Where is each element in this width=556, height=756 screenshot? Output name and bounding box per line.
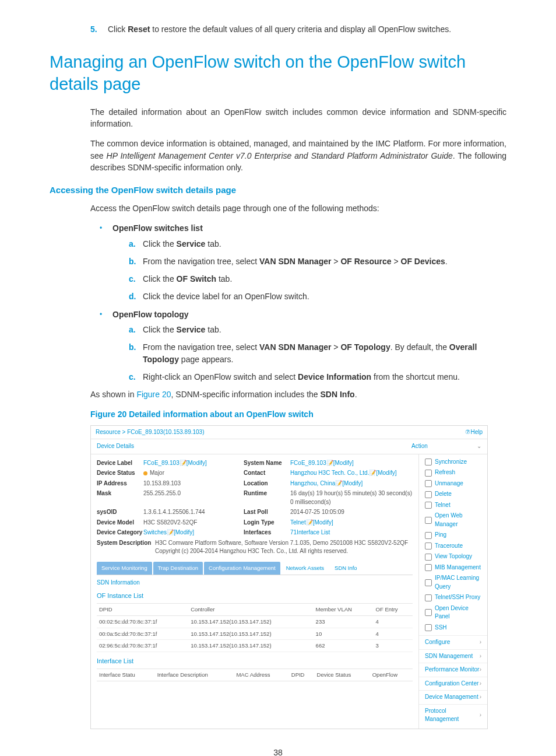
breadcrumb-bar: Resource > FCoE_89.103(10.153.89.103) ⑦H… bbox=[91, 426, 487, 439]
b: VAN SDN Manager bbox=[259, 342, 331, 352]
config-performance-monitor[interactable]: Performance Monitor› bbox=[419, 663, 487, 677]
label: Runtime bbox=[244, 489, 290, 506]
action-unmanage[interactable]: Unmanage bbox=[419, 478, 487, 489]
tab-trap-destination[interactable]: Trap Destination bbox=[153, 562, 203, 575]
device-details-title: Device Details bbox=[97, 442, 411, 451]
action-ping[interactable]: Ping bbox=[419, 530, 487, 541]
sub-step: d. Click the device label for an OpenFlo… bbox=[129, 290, 506, 302]
panel-header: Device Details Action ⌄ bbox=[91, 439, 487, 454]
value: FCoE_89.103📝[Modify] bbox=[143, 459, 244, 468]
config-label: Protocol Management bbox=[425, 707, 480, 724]
label: Mask bbox=[97, 489, 143, 506]
t: , SDNM-specific information includes the bbox=[171, 390, 321, 399]
label: IP Address bbox=[97, 480, 143, 488]
t: . bbox=[445, 257, 448, 266]
cell: 4 bbox=[374, 615, 413, 628]
config-sdn-management[interactable]: SDN Management› bbox=[419, 649, 487, 663]
sub-step: c. Right-click an OpenFlow switch and se… bbox=[129, 371, 506, 383]
detail-row: Device CategorySwitches📝[Modify]Interfac… bbox=[97, 528, 413, 537]
action-ip-mac-learning-query[interactable]: IP/MAC Learning Query bbox=[419, 573, 487, 592]
t: Click the bbox=[143, 325, 177, 334]
value: Telnet📝[Modify] bbox=[290, 519, 413, 527]
tab-sdn-info[interactable]: SDN Info bbox=[330, 562, 362, 575]
col-header: OpenFlow bbox=[370, 668, 413, 681]
action-icon bbox=[425, 470, 432, 477]
status-dot-icon bbox=[143, 471, 147, 475]
letter: d. bbox=[129, 290, 136, 302]
action-synchronize[interactable]: Synchronize bbox=[419, 457, 487, 468]
config-configure[interactable]: Configure› bbox=[419, 635, 487, 649]
step-text: Click Reset to restore the default value… bbox=[108, 23, 506, 35]
figure-link[interactable]: Figure 20 bbox=[136, 390, 171, 399]
sub-step: b. From the navigation tree, select VAN … bbox=[129, 256, 506, 267]
t: From the navigation tree, select bbox=[143, 342, 259, 352]
table-row[interactable]: 02:96:5c:dd:70:8c:37:1f10.153.147.152(10… bbox=[97, 640, 413, 652]
value: H3C Comware Platform Software, Software … bbox=[155, 539, 413, 556]
action-telnet[interactable]: Telnet bbox=[419, 500, 487, 511]
action-icon bbox=[425, 624, 432, 631]
t: As shown in bbox=[90, 390, 136, 399]
detail-row: sysOID1.3.6.1.4.1.25506.1.744Last Poll20… bbox=[97, 508, 413, 517]
chevron-right-icon: › bbox=[480, 666, 481, 674]
label: System Name bbox=[244, 459, 290, 468]
col-header: Controller bbox=[188, 603, 313, 615]
action-icon bbox=[425, 480, 432, 487]
value: 10.153.89.103 bbox=[143, 480, 244, 488]
action-traceroute[interactable]: Traceroute bbox=[419, 541, 487, 552]
list-item: OpenFlow topology a. Click the Service t… bbox=[97, 309, 506, 383]
t: Click the device label for an OpenFlow s… bbox=[143, 292, 309, 301]
config-device-management[interactable]: Device Management› bbox=[419, 690, 487, 704]
action-ssh[interactable]: SSH bbox=[419, 622, 487, 634]
table-row[interactable]: 00:0a:5c:dd:70:8c:37:1f10.153.147.152(10… bbox=[97, 628, 413, 640]
cell: 10.153.147.152(10.153.147.152) bbox=[188, 615, 313, 628]
t: Click the bbox=[143, 239, 177, 249]
value: 16 day(s) 19 hour(s) 55 minute(s) 30 sec… bbox=[290, 489, 413, 506]
action-open-web-manager[interactable]: Open Web Manager bbox=[419, 510, 487, 530]
sdn-info-link[interactable]: SDN Information bbox=[97, 579, 413, 587]
tab-configuration-management[interactable]: Configuration Management bbox=[204, 562, 280, 575]
action-telnet-ssh-proxy[interactable]: Telnet/SSH Proxy bbox=[419, 592, 487, 603]
value: FCoE_89.103📝[Modify] bbox=[290, 459, 413, 468]
help-link[interactable]: ⑦Help bbox=[465, 428, 483, 437]
breadcrumb[interactable]: Resource > FCoE_89.103(10.153.89.103) bbox=[96, 428, 205, 437]
action-refresh[interactable]: Refresh bbox=[419, 467, 487, 478]
t: > bbox=[331, 257, 340, 266]
b: Device Information bbox=[298, 372, 371, 382]
tab-service-monitoring[interactable]: Service Monitoring bbox=[97, 562, 152, 575]
action-label: Traceroute bbox=[435, 542, 463, 551]
config-configuration-center[interactable]: Configuration Center› bbox=[419, 677, 487, 691]
table-row[interactable]: 00:02:5c:dd:70:8c:37:1f10.153.147.152(10… bbox=[97, 615, 413, 628]
label: Device Category bbox=[97, 528, 143, 537]
action-delete[interactable]: Delete bbox=[419, 489, 487, 500]
config-protocol-management[interactable]: Protocol Management› bbox=[419, 704, 487, 726]
action-view-topology[interactable]: View Topology bbox=[419, 551, 487, 562]
detail-row: Device LabelFCoE_89.103📝[Modify]System N… bbox=[97, 459, 413, 468]
action-icon bbox=[425, 491, 432, 498]
t: tab. bbox=[205, 239, 221, 249]
label: Last Poll bbox=[244, 508, 290, 517]
action-icon bbox=[425, 502, 432, 509]
b: Service bbox=[177, 325, 206, 334]
chevron-down-icon[interactable]: ⌄ bbox=[477, 442, 481, 451]
label: Interfaces bbox=[244, 528, 290, 537]
chevron-right-icon: › bbox=[480, 638, 481, 647]
action-label: Synchronize bbox=[435, 458, 467, 467]
tab-network-assets[interactable]: Network Assets bbox=[281, 562, 329, 575]
action-icon bbox=[425, 517, 432, 524]
cell: 662 bbox=[314, 640, 374, 652]
action-title[interactable]: Action bbox=[411, 442, 428, 451]
config-label: Configuration Center bbox=[425, 680, 478, 688]
col-header: DPID bbox=[97, 603, 188, 615]
col-header: MAC Address bbox=[234, 668, 288, 681]
figure-caption: Figure 20 Detailed information about an … bbox=[90, 408, 506, 420]
chevron-right-icon: › bbox=[480, 652, 481, 661]
letter: b. bbox=[129, 341, 136, 353]
t: > bbox=[392, 257, 401, 266]
step-5: 5. Click Reset to restore the default va… bbox=[90, 23, 506, 35]
cell: 233 bbox=[314, 615, 374, 628]
action-open-device-panel[interactable]: Open Device Panel bbox=[419, 603, 487, 622]
value: 2014-07-25 10:05:09 bbox=[290, 508, 413, 517]
sub-step: a. Click the Service tab. bbox=[129, 238, 506, 250]
value: 255.255.255.0 bbox=[143, 489, 244, 506]
action-mib-management[interactable]: MIB Management bbox=[419, 562, 487, 573]
